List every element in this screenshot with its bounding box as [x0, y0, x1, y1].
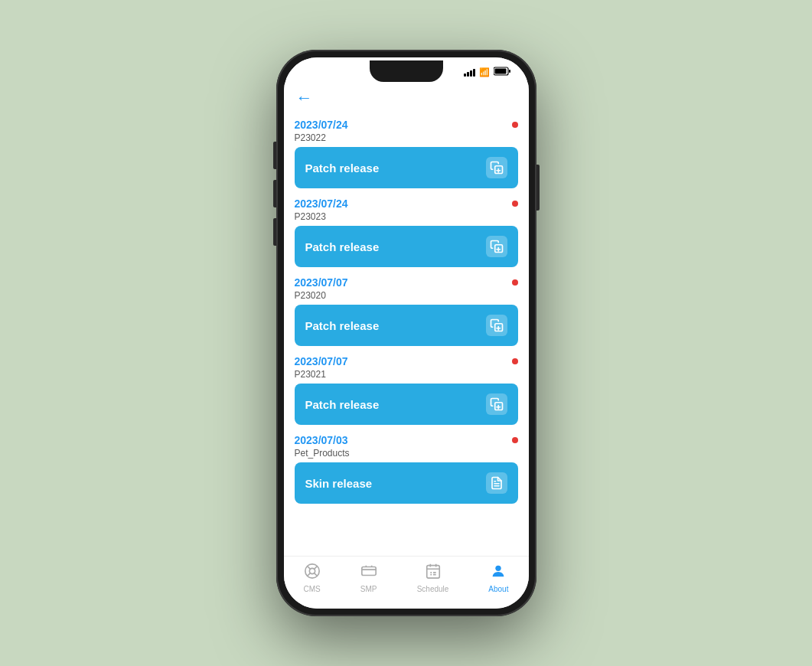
- announcement-list: 2023/07/24 P23022 Patch release 2023/07/…: [284, 116, 529, 556]
- phone-screen: 📶 ← 2023/07/24 P230: [284, 57, 529, 609]
- nav-icon-about: [490, 563, 507, 583]
- back-button[interactable]: ←: [296, 88, 313, 108]
- item-code: P23020: [295, 290, 518, 301]
- item-header: 2023/07/07: [295, 276, 518, 289]
- release-icon: [486, 393, 507, 415]
- nav-label-about: About: [488, 585, 508, 593]
- svg-point-18: [309, 568, 315, 573]
- announcement-item: 2023/07/24 P23022 Patch release: [295, 119, 518, 188]
- unread-indicator: [512, 437, 518, 443]
- svg-rect-2: [509, 70, 510, 73]
- nav-label-smp: SMP: [360, 585, 377, 593]
- item-header: 2023/07/24: [295, 198, 518, 210]
- item-header: 2023/07/03: [295, 434, 518, 446]
- release-label: Patch release: [305, 319, 380, 332]
- nav-item-smp[interactable]: SMP: [360, 563, 377, 593]
- item-date: 2023/07/24: [295, 119, 348, 131]
- release-button[interactable]: Patch release: [295, 147, 518, 188]
- release-icon: [486, 157, 507, 178]
- announcement-item: 2023/07/03 Pet_Products Skin release: [295, 434, 518, 504]
- release-label: Patch release: [305, 240, 380, 253]
- notch: [370, 60, 443, 82]
- phone-frame: 📶 ← 2023/07/24 P230: [276, 50, 536, 616]
- announcement-item: 2023/07/07 P23021 Patch release: [295, 355, 518, 425]
- nav-label-cms: CMS: [303, 585, 320, 593]
- svg-rect-1: [494, 69, 506, 74]
- item-code: Pet_Products: [295, 448, 518, 459]
- release-icon: [486, 236, 507, 257]
- announcement-item: 2023/07/07 P23020 Patch release: [295, 276, 518, 346]
- svg-point-29: [496, 566, 501, 571]
- nav-icon-smp: [360, 563, 377, 583]
- item-code: P23021: [295, 369, 518, 380]
- nav-item-schedule[interactable]: Schedule: [417, 563, 449, 593]
- item-date: 2023/07/07: [295, 355, 348, 367]
- release-button[interactable]: Patch release: [295, 305, 518, 346]
- svg-rect-19: [362, 567, 376, 576]
- item-header: 2023/07/24: [295, 119, 518, 131]
- release-button[interactable]: Skin release: [295, 462, 518, 504]
- announcement-item: 2023/07/24 P23023 Patch release: [295, 198, 518, 267]
- signal-icon: [464, 67, 475, 77]
- wifi-icon: 📶: [479, 67, 490, 77]
- status-icons: 📶: [464, 67, 510, 77]
- item-date: 2023/07/24: [295, 198, 348, 210]
- nav-item-cms[interactable]: CMS: [303, 563, 320, 593]
- unread-indicator: [512, 279, 518, 286]
- nav-icon-schedule: [425, 563, 442, 583]
- item-date: 2023/07/07: [295, 276, 348, 289]
- release-button[interactable]: Patch release: [295, 226, 518, 267]
- unread-indicator: [512, 358, 518, 364]
- item-date: 2023/07/03: [295, 434, 348, 446]
- unread-indicator: [512, 122, 518, 128]
- svg-rect-21: [426, 566, 439, 579]
- item-code: P23022: [295, 132, 518, 143]
- nav-item-about[interactable]: About: [488, 563, 508, 593]
- release-icon: [486, 472, 507, 494]
- nav-label-schedule: Schedule: [417, 585, 449, 593]
- release-label: Patch release: [305, 162, 380, 175]
- release-label: Patch release: [305, 398, 380, 411]
- release-label: Skin release: [305, 477, 373, 490]
- item-header: 2023/07/07: [295, 355, 518, 367]
- battery-icon: [494, 67, 510, 77]
- app-header: ←: [284, 82, 529, 116]
- nav-icon-cms: [304, 563, 321, 583]
- item-code: P23023: [295, 211, 518, 222]
- release-icon: [486, 315, 507, 336]
- release-button[interactable]: Patch release: [295, 384, 518, 425]
- unread-indicator: [512, 201, 518, 207]
- bottom-navigation: CMS SMP Schedule About: [284, 556, 529, 609]
